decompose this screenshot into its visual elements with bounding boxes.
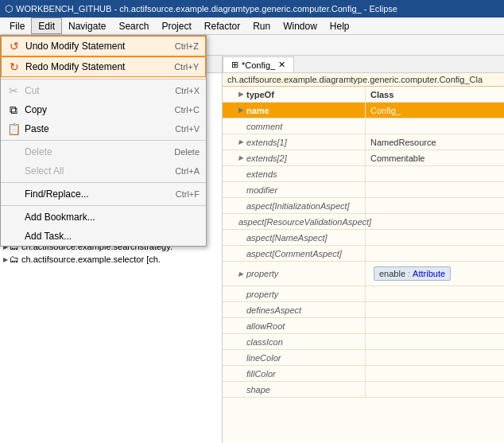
cut-label: Cut (25, 85, 40, 96)
cut-icon: ✂ (7, 84, 20, 97)
prop-value-comment-aspect (366, 246, 504, 261)
prop-value-allow-root (366, 318, 504, 333)
prop-name-modifier: modifier (223, 182, 366, 197)
menubar: File Edit Navigate Search Project Refact… (0, 17, 504, 35)
prop-row-comment-aspect[interactable]: aspect[CommentAspect] (223, 246, 504, 262)
separator-3 (1, 182, 206, 183)
delete-icon (7, 146, 20, 158)
attr-badge-enable: enable : Attribute (374, 266, 451, 281)
prop-row-allow-root[interactable]: allowRoot (223, 318, 504, 334)
select-all-icon (7, 165, 20, 177)
paste-icon: 📋 (7, 122, 20, 135)
right-panel: ⊞ *Config_ ✕ ch.actifsource.example.diag… (223, 56, 504, 443)
package-icon-14: 🗂 (10, 254, 19, 265)
titlebar-text: WORKBENCH_GITHUB - ch.actifsource.exampl… (16, 4, 397, 14)
prop-value-property1: enable : Attribute (366, 262, 504, 286)
menu-item-redo[interactable]: ↻ Redo Modify Statement Ctrl+Y (1, 56, 206, 77)
menu-search[interactable]: Search (112, 17, 155, 34)
delete-shortcut: Delete (174, 147, 200, 157)
prop-value-name: Config_ (366, 103, 504, 118)
select-all-label: Select All (25, 165, 64, 177)
task-label: Add Task... (25, 231, 72, 242)
find-label: Find/Replace... (25, 188, 89, 200)
prop-value-line-color (366, 350, 504, 365)
redo-label: Redo Modify Statement (25, 61, 125, 72)
prop-row-shape[interactable]: shape (223, 382, 504, 398)
attr-enable-label: enable (379, 269, 405, 278)
prop-row-res-aspect[interactable]: aspect[ResourceValidationAspect] (223, 214, 504, 230)
redo-shortcut: Ctrl+Y (174, 62, 199, 72)
prop-row-typeof[interactable]: ▶ typeOf Class (223, 87, 504, 103)
prop-name-comment-aspect: aspect[CommentAspect] (223, 246, 366, 261)
prop-row-fill-color[interactable]: fillColor (223, 366, 504, 382)
prop-value-fill-color (366, 366, 504, 381)
prop-name-allow-root: allowRoot (223, 318, 366, 333)
menu-window[interactable]: Window (277, 17, 324, 34)
prop-name-defines: definesAspect (223, 302, 366, 317)
prop-value-extends2: Commentable (366, 150, 504, 165)
separator-1 (1, 79, 206, 80)
undo-shortcut: Ctrl+Z (175, 41, 199, 51)
prop-row-line-color[interactable]: lineColor (223, 350, 504, 366)
prop-row-extends1[interactable]: ▶extends[1] NamedResource (223, 134, 504, 150)
cut-shortcut: Ctrl+X (175, 86, 200, 95)
prop-name-class-icon: classIcon (223, 334, 366, 349)
menu-file[interactable]: File (3, 17, 31, 34)
prop-row-extends2[interactable]: ▶extends[2] Commentable (223, 150, 504, 166)
copy-icon: ⧉ (7, 103, 20, 116)
editor-tab-config[interactable]: ⊞ *Config_ ✕ (223, 56, 294, 72)
prop-name-extends: extends (223, 166, 366, 181)
menu-item-find[interactable]: Find/Replace... Ctrl+F (1, 185, 206, 204)
prop-row-class-icon[interactable]: classIcon (223, 334, 504, 350)
prop-value-res-aspect (366, 214, 504, 229)
menu-project[interactable]: Project (155, 17, 197, 34)
separator-2 (1, 140, 206, 141)
prop-value-shape (366, 382, 504, 397)
menu-item-delete[interactable]: Delete Delete (1, 142, 206, 161)
attr-type: Attribute (413, 269, 445, 278)
menu-item-select-all[interactable]: Select All Ctrl+A (1, 161, 206, 181)
prop-value-name-aspect (366, 230, 504, 245)
menu-item-paste[interactable]: 📋 Paste Ctrl+V (1, 119, 206, 138)
prop-row-property1[interactable]: ▶property enable : Attribute (223, 262, 504, 286)
menu-help[interactable]: Help (324, 17, 356, 34)
redo-icon: ↻ (8, 60, 21, 73)
prop-name-property2: property (223, 286, 366, 301)
menu-item-undo[interactable]: ↺ Undo Modify Statement Ctrl+Z (1, 36, 206, 56)
prop-row-comment[interactable]: comment (223, 119, 504, 134)
prop-value-modifier (366, 182, 504, 197)
editor-tab-close[interactable]: ✕ (278, 60, 285, 70)
editor-tab-bar: ⊞ *Config_ ✕ (223, 56, 504, 73)
prop-value-init-aspect (366, 198, 504, 213)
property-table: ▶ typeOf Class ▶ name Config_ (223, 87, 504, 443)
paste-shortcut: Ctrl+V (175, 124, 200, 134)
prop-name-property1: ▶property (223, 262, 366, 286)
app-icon: ⬡ (5, 3, 13, 14)
diagram-area: ▶ typeOf Class ▶ name Config_ (223, 87, 504, 443)
prop-row-modifier[interactable]: modifier (223, 182, 504, 198)
editor-tab-label: *Config_ (242, 60, 275, 70)
tree-item-14[interactable]: ▶ 🗂 ch.actifsource.example.selector [ch. (0, 253, 222, 266)
menu-item-copy[interactable]: ⧉ Copy Ctrl+C (1, 100, 206, 119)
undo-icon: ↺ (8, 40, 21, 52)
bookmark-icon (7, 211, 20, 223)
prop-row-name-aspect[interactable]: aspect[NameAspect] (223, 230, 504, 246)
menu-run[interactable]: Run (246, 17, 277, 34)
titlebar: ⬡ WORKBENCH_GITHUB - ch.actifsource.exam… (0, 0, 504, 17)
prop-name-name: ▶ name (223, 103, 366, 118)
prop-value-extends (366, 166, 504, 181)
prop-row-name[interactable]: ▶ name Config_ (223, 103, 504, 119)
prop-row-extends[interactable]: extends (223, 166, 504, 182)
prop-row-defines[interactable]: definesAspect (223, 302, 504, 318)
menu-item-bookmark[interactable]: Add Bookmark... (1, 208, 206, 227)
menu-navigate[interactable]: Navigate (62, 17, 112, 34)
menu-edit[interactable]: Edit (31, 17, 62, 34)
menu-refactor[interactable]: Refactor (198, 17, 246, 34)
menu-item-task[interactable]: Add Task... (1, 227, 206, 246)
prop-name-shape: shape (223, 382, 366, 397)
prop-row-property2[interactable]: property (223, 286, 504, 302)
prop-row-init-aspect[interactable]: aspect[InitializationAspect] (223, 198, 504, 214)
menu-item-cut[interactable]: ✂ Cut Ctrl+X (1, 81, 206, 100)
arrow-icon-14: ▶ (3, 256, 8, 263)
tree-label-14: ch.actifsource.example.selector [ch. (21, 255, 161, 264)
